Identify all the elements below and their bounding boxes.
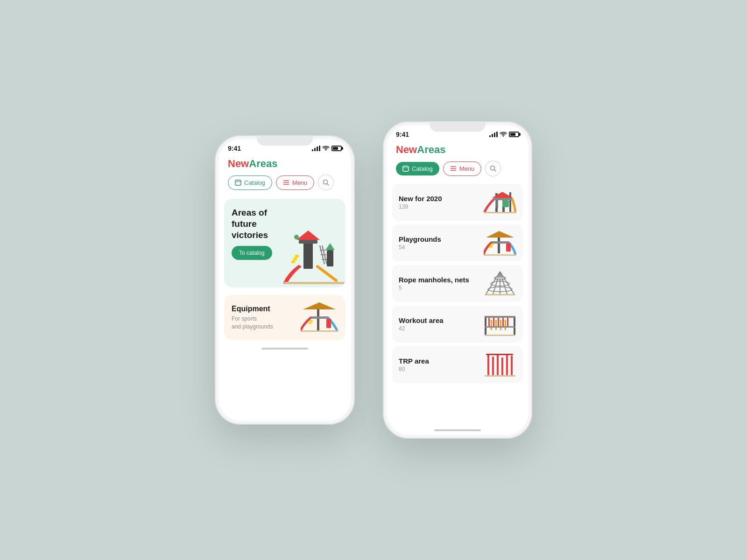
svg-rect-73 [502, 318, 504, 326]
svg-rect-55 [490, 244, 493, 246]
menu-icon-right [450, 166, 457, 171]
svg-rect-50 [484, 212, 516, 213]
menu-button-right[interactable]: Menu [443, 161, 482, 176]
svg-rect-84 [501, 357, 503, 375]
svg-rect-78 [505, 320, 506, 330]
svg-rect-57 [484, 254, 516, 256]
menu-label-right: Menu [459, 165, 475, 172]
catalog-item-workout[interactable]: Workout area 42 [392, 306, 523, 343]
catalog-item-trp-text: TRP area 80 [399, 357, 429, 372]
svg-line-62 [500, 272, 514, 294]
svg-rect-82 [492, 357, 494, 375]
search-button-left[interactable] [318, 175, 334, 190]
equipment-card[interactable]: Equipment For sports and playgrounds [224, 295, 345, 340]
signal-icons-left [312, 146, 342, 151]
calendar-icon-left [235, 179, 241, 186]
catalog-item-playgrounds-count: 54 [399, 244, 441, 251]
svg-point-23 [294, 235, 299, 239]
signal-bars-left [312, 146, 320, 151]
svg-rect-42 [509, 192, 511, 212]
catalog-item-new[interactable]: New for 2020 139 [392, 184, 523, 221]
catalog-item-trp[interactable]: TRP area 80 [392, 346, 523, 383]
catalog-item-rope[interactable]: Rope manholes, nets 5 [392, 265, 523, 302]
svg-rect-43 [493, 198, 513, 200]
svg-rect-9 [303, 241, 313, 269]
catalog-item-new-text: New for 2020 139 [399, 195, 442, 210]
menu-button-left[interactable]: Menu [276, 175, 315, 190]
catalog-list: New for 2020 139 [387, 181, 529, 426]
home-bar-right [434, 429, 481, 431]
svg-rect-56 [489, 246, 492, 248]
hero-cta-button[interactable]: To catalog [232, 246, 272, 260]
catalog-label-left: Catalog [244, 179, 265, 186]
svg-marker-21 [325, 243, 335, 250]
phone-left: 9:41 [215, 135, 355, 425]
svg-rect-83 [497, 354, 499, 375]
svg-line-59 [493, 272, 500, 294]
app-logo-left: NewAreas [228, 158, 342, 170]
logo-areas-left: Areas [249, 158, 277, 169]
hero-card: Areas of future victories To catalog [224, 199, 345, 287]
app-logo-right: NewAreas [396, 144, 519, 156]
app-header-right: NewAreas Catalog [387, 140, 529, 181]
svg-rect-81 [487, 354, 489, 375]
svg-marker-52 [486, 231, 514, 238]
equipment-image [301, 302, 338, 333]
svg-marker-11 [296, 231, 320, 240]
catalog-button-right[interactable]: Catalog [396, 162, 439, 175]
catalog-item-rope-title: Rope manholes, nets [399, 276, 469, 284]
catalog-item-new-count: 139 [399, 203, 442, 210]
svg-rect-27 [326, 319, 331, 328]
svg-rect-79 [485, 326, 515, 328]
svg-rect-80 [485, 335, 515, 336]
home-indicator-right [387, 426, 529, 435]
svg-rect-66 [485, 294, 515, 295]
svg-rect-67 [485, 316, 486, 335]
catalog-label-right: Catalog [412, 165, 433, 172]
catalog-item-rope-count: 5 [399, 285, 469, 291]
svg-line-61 [500, 272, 507, 294]
signal-icons-right [489, 132, 519, 137]
svg-line-58 [486, 272, 500, 294]
home-indicator-left [218, 344, 351, 353]
logo-new-left: New [228, 158, 249, 169]
catalog-item-new-image [484, 189, 516, 215]
svg-rect-85 [506, 354, 508, 375]
catalog-item-playgrounds-text: Playgrounds 54 [399, 235, 441, 251]
catalog-item-new-title: New for 2020 [399, 195, 442, 203]
catalog-item-playgrounds[interactable]: Playgrounds 54 [392, 224, 523, 261]
phone-right: 9:41 [383, 121, 532, 439]
svg-rect-30 [301, 330, 338, 332]
time-right: 9:41 [396, 131, 409, 138]
svg-rect-28 [310, 320, 313, 322]
hero-playground-image [275, 227, 345, 287]
svg-rect-74 [507, 318, 508, 326]
svg-rect-72 [498, 318, 499, 326]
search-button-right[interactable] [485, 161, 501, 176]
catalog-button-left[interactable]: Catalog [228, 175, 272, 190]
catalog-item-trp-title: TRP area [399, 357, 429, 365]
svg-rect-75 [491, 320, 492, 330]
svg-rect-31 [403, 166, 409, 171]
logo-new-right: New [396, 144, 417, 155]
catalog-item-playgrounds-title: Playgrounds [399, 235, 441, 243]
svg-rect-77 [500, 320, 501, 330]
svg-rect-13 [293, 258, 297, 260]
equipment-subtitle: For sports and playgrounds [232, 315, 273, 331]
battery-right [509, 132, 519, 137]
svg-rect-22 [284, 282, 345, 284]
svg-line-8 [327, 184, 329, 186]
svg-rect-76 [495, 320, 497, 330]
catalog-item-workout-count: 42 [399, 325, 444, 332]
svg-rect-10 [299, 240, 317, 244]
screen-left: 9:41 [218, 139, 351, 421]
svg-rect-86 [511, 356, 513, 375]
calendar-icon-right [402, 165, 409, 172]
svg-rect-54 [506, 243, 511, 252]
catalog-item-trp-image [484, 352, 516, 378]
notch-left [257, 135, 313, 146]
svg-line-39 [494, 170, 496, 172]
nav-buttons-right: Catalog Menu [396, 161, 519, 176]
equipment-text: Equipment For sports and playgrounds [232, 305, 273, 331]
svg-rect-45 [502, 200, 509, 207]
